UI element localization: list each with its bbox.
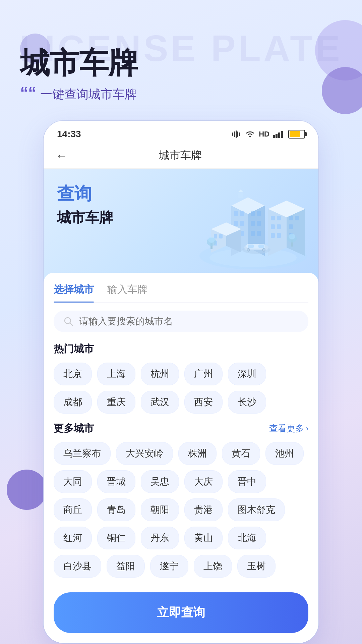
more-city-tag[interactable]: 晋城: [97, 470, 135, 493]
more-city-tag[interactable]: 青岛: [97, 498, 135, 521]
svg-rect-3: [237, 131, 238, 137]
more-city-tag[interactable]: 朝阳: [141, 498, 179, 521]
svg-point-63: [289, 233, 295, 239]
hot-cities-tags: 北京上海杭州广州深圳成都重庆武汉西安长沙: [54, 363, 308, 414]
nav-bar: ← 城市车牌: [44, 143, 318, 169]
hot-city-tag[interactable]: 上海: [97, 363, 135, 385]
more-city-tag[interactable]: 图木舒克: [228, 498, 285, 521]
quote-mark: ““: [20, 85, 36, 101]
hot-city-tag[interactable]: 杭州: [141, 363, 179, 385]
more-city-tag[interactable]: 大兴安岭: [116, 442, 173, 465]
svg-rect-38: [277, 233, 281, 238]
query-button[interactable]: 立即查询: [54, 592, 308, 633]
svg-rect-7: [276, 134, 278, 138]
svg-point-57: [263, 249, 265, 251]
svg-rect-33: [271, 216, 275, 220]
content-area: 选择城市 输入车牌 热门城市 北京上海杭州广州深圳成都重庆武汉西安长沙 更多城市…: [44, 273, 318, 643]
more-city-tag[interactable]: 池州: [265, 442, 304, 465]
svg-rect-24: [251, 221, 255, 226]
battery-icon: [288, 130, 305, 139]
more-city-tag[interactable]: 株洲: [178, 442, 217, 465]
status-bar: 14:33 HD: [44, 121, 318, 143]
hot-city-tag[interactable]: 西安: [184, 391, 223, 414]
subtitle-text: 一键查询城市车牌: [40, 86, 137, 103]
more-city-tag[interactable]: 晋中: [228, 470, 266, 493]
tab-select-city[interactable]: 选择城市: [54, 283, 94, 302]
vibrate-icon: [232, 130, 241, 138]
wifi-icon: [245, 130, 255, 138]
svg-rect-25: [257, 221, 261, 226]
more-cities-header: 更多城市 查看更多 ›: [54, 422, 308, 435]
hot-city-tag[interactable]: 广州: [184, 363, 223, 385]
hd-label: HD: [259, 130, 269, 139]
svg-point-60: [208, 237, 215, 243]
svg-rect-53: [258, 245, 264, 248]
bg-decor-circle-3: [7, 470, 47, 510]
more-city-tag[interactable]: 玉树: [237, 555, 276, 578]
more-city-tag[interactable]: 上饶: [194, 555, 232, 578]
more-city-tag[interactable]: 丹东: [141, 527, 179, 549]
svg-rect-40: [295, 216, 299, 220]
more-city-tag[interactable]: 大庆: [184, 470, 223, 493]
more-city-tag[interactable]: 大同: [54, 470, 92, 493]
status-icons: HD: [232, 130, 305, 139]
more-city-tag[interactable]: 益阳: [107, 555, 145, 578]
view-more-arrow-icon: ›: [306, 424, 308, 433]
signal-icon: [273, 130, 285, 138]
view-more-label[interactable]: 查看更多: [269, 423, 304, 434]
more-city-tag[interactable]: 黄石: [222, 442, 260, 465]
more-city-tag[interactable]: 商丘: [54, 498, 92, 521]
svg-rect-8: [278, 132, 280, 138]
more-city-tag[interactable]: 贵港: [184, 498, 223, 521]
more-city-tag[interactable]: 北海: [228, 527, 266, 549]
svg-rect-1: [234, 131, 235, 137]
svg-rect-46: [214, 234, 217, 238]
more-city-tag[interactable]: 黄山: [184, 527, 223, 549]
phone-mockup: 14:33 HD: [44, 121, 318, 643]
hot-city-tag[interactable]: 成都: [54, 391, 92, 414]
tabs-row: 选择城市 输入车牌: [54, 283, 308, 303]
city-illustration: [191, 169, 315, 276]
svg-rect-22: [251, 211, 255, 216]
hot-city-tag[interactable]: 深圳: [228, 363, 266, 385]
svg-rect-37: [271, 233, 275, 238]
more-city-tag[interactable]: 吴忠: [141, 470, 179, 493]
svg-line-65: [70, 323, 73, 326]
hot-city-tag[interactable]: 北京: [54, 363, 92, 385]
svg-rect-36: [277, 224, 281, 229]
hot-city-tag[interactable]: 重庆: [97, 391, 135, 414]
more-city-tag[interactable]: 铜仁: [97, 527, 135, 549]
svg-marker-29: [238, 190, 243, 192]
back-button[interactable]: ←: [56, 149, 68, 163]
more-city-tag[interactable]: 遂宁: [150, 555, 188, 578]
tab-enter-plate[interactable]: 输入车牌: [107, 283, 147, 302]
more-city-tag[interactable]: 红河: [54, 527, 92, 549]
search-input[interactable]: [79, 316, 299, 327]
more-city-tag[interactable]: 白沙县: [54, 555, 101, 578]
svg-rect-34: [277, 216, 281, 220]
more-cities-title: 更多城市: [54, 422, 94, 435]
status-time: 14:33: [57, 129, 81, 140]
view-more-row[interactable]: 查看更多 ›: [269, 423, 308, 434]
svg-rect-0: [232, 132, 233, 136]
hot-cities-title: 热门城市: [54, 342, 308, 356]
svg-rect-2: [236, 130, 237, 138]
more-city-tag[interactable]: 乌兰察布: [54, 442, 111, 465]
svg-rect-4: [239, 132, 240, 136]
svg-rect-41: [289, 224, 293, 229]
search-icon: [63, 316, 74, 327]
svg-rect-52: [248, 245, 254, 248]
svg-rect-17: [234, 221, 238, 226]
svg-rect-6: [273, 135, 275, 138]
search-box: [54, 311, 308, 332]
svg-rect-28: [238, 192, 243, 198]
svg-rect-39: [289, 216, 293, 220]
svg-rect-18: [240, 221, 244, 226]
subtitle-row: ““ 一键查询城市车牌: [20, 86, 138, 103]
svg-rect-47: [219, 234, 223, 238]
svg-rect-26: [251, 231, 255, 236]
header-section: 城市车牌 ““ 一键查询城市车牌: [20, 47, 138, 103]
hot-city-tag[interactable]: 长沙: [228, 391, 266, 414]
hot-city-tag[interactable]: 武汉: [141, 391, 179, 414]
hero-banner: 查询 城市车牌: [44, 169, 318, 283]
